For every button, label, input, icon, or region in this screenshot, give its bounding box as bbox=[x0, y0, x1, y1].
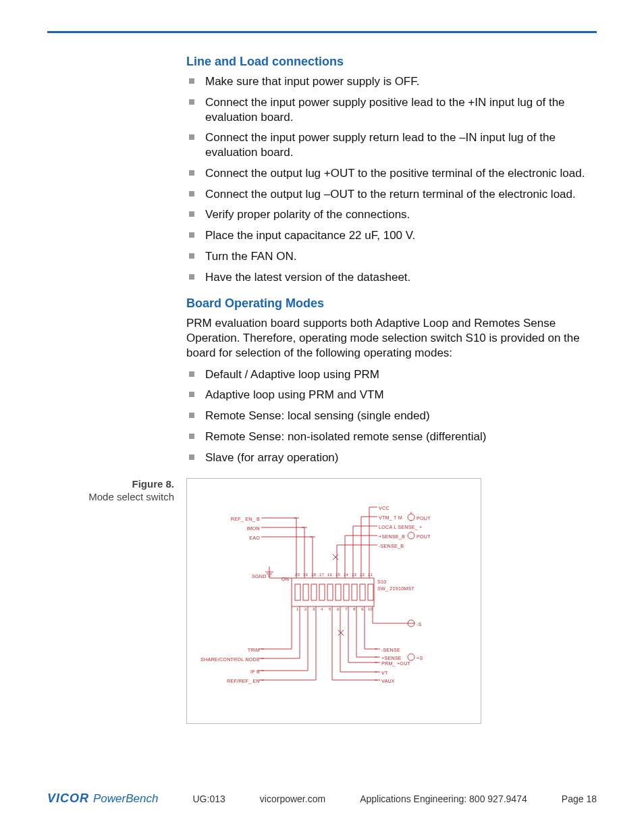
diagram-label: -SENSE bbox=[381, 647, 400, 653]
main-content: Line and Load connections Make sure that… bbox=[186, 55, 598, 465]
list-item: Make sure that input power supply is OFF… bbox=[186, 74, 598, 89]
footer-page: Page 18 bbox=[562, 793, 597, 804]
diagram-label: REF/REF_ EN bbox=[200, 678, 260, 684]
sw-num: 1 bbox=[296, 607, 299, 611]
sw-num: 8 bbox=[353, 607, 356, 611]
diagram-label: LOCA L SENSE_ + bbox=[379, 524, 422, 530]
diagram-part-label: S10 bbox=[377, 579, 386, 585]
sw-num: 5 bbox=[329, 607, 331, 611]
brand-logo: VICOR PowerBench bbox=[47, 791, 158, 806]
list-item: Slave (for array operation) bbox=[186, 450, 598, 465]
list-item: Adaptive loop using PRM and VTM bbox=[186, 388, 598, 402]
page-footer: VICOR PowerBench UG:013 vicorpower.com A… bbox=[47, 791, 597, 806]
diagram-label: VCC bbox=[379, 505, 390, 511]
modes-list: Default / Adaptive loop using PRM Adapti… bbox=[186, 367, 598, 465]
figure-diagram: REF_ EN_ B IMON EAO SGND VCC VTM_ T M LO… bbox=[186, 478, 481, 724]
diagram-label: TRIM bbox=[200, 647, 260, 653]
list-item: Connect the input power supply positive … bbox=[186, 95, 598, 125]
list-item: Remote Sense: local sensing (single ende… bbox=[186, 409, 598, 423]
section-heading-line-load: Line and Load connections bbox=[186, 55, 598, 69]
diagram-label: IF B bbox=[200, 669, 260, 675]
sw-num: 17 bbox=[319, 573, 324, 577]
figure-number: Figure 8. bbox=[47, 478, 174, 490]
footer-contact: Applications Engineering: 800 927.9474 bbox=[360, 793, 527, 804]
svg-point-14 bbox=[408, 654, 414, 660]
sw-num: 16 bbox=[327, 573, 332, 577]
sw-num: 9 bbox=[361, 607, 364, 611]
sw-num: 18 bbox=[311, 573, 316, 577]
figure-row: Figure 8. Mode select switch bbox=[47, 478, 597, 724]
diagram-label: IMON bbox=[230, 525, 260, 531]
sw-num: 7 bbox=[345, 607, 348, 611]
sw-num: 19 bbox=[303, 573, 308, 577]
diagram-part2-label: SW_ 21910MST bbox=[377, 585, 414, 592]
sw-num: 15 bbox=[336, 573, 340, 577]
svg-point-12 bbox=[408, 532, 414, 539]
list-item: Remote Sense: non-isolated remote sense … bbox=[186, 429, 598, 444]
diagram-label: +S bbox=[417, 655, 423, 661]
sw-num: 2 bbox=[304, 607, 307, 611]
sw-num: 14 bbox=[344, 573, 348, 577]
brand-vicor: VICOR bbox=[47, 791, 89, 806]
diagram-label: VTM_ T M bbox=[379, 515, 402, 521]
line-load-list: Make sure that input power supply is OFF… bbox=[186, 74, 598, 284]
diagram-label: POUT bbox=[417, 533, 431, 540]
sw-num: 3 bbox=[313, 607, 315, 611]
sw-num: 13 bbox=[352, 573, 356, 577]
list-item: Connect the input power supply return le… bbox=[186, 130, 598, 160]
list-item: Place the input capacitance 22 uF, 100 V… bbox=[186, 228, 598, 243]
footer-url: vicorpower.com bbox=[260, 793, 325, 804]
diagram-label: PRM_ +OUT bbox=[381, 660, 410, 667]
sw-num: 12 bbox=[360, 573, 365, 577]
figure-title: Mode select switch bbox=[88, 491, 174, 502]
sw-num: 11 bbox=[368, 573, 373, 577]
section-heading-modes: Board Operating Modes bbox=[186, 296, 598, 311]
diagram-label: VAUX bbox=[381, 678, 395, 684]
list-item: Turn the FAN ON. bbox=[186, 249, 598, 264]
sw-num: 10 bbox=[368, 607, 373, 611]
sw-num: 20 bbox=[295, 573, 300, 577]
sw-num: 6 bbox=[337, 607, 340, 611]
diagram-on-label: ON bbox=[281, 576, 289, 582]
diagram-label: VT bbox=[381, 670, 388, 676]
list-item: Have the latest version of the datasheet… bbox=[186, 270, 598, 285]
svg-point-11 bbox=[408, 514, 414, 521]
diagram-label: SHARE/CONTROL NODE bbox=[187, 656, 260, 662]
footer-doc-id: UG:013 bbox=[193, 793, 225, 804]
brand-powerbench: PowerBench bbox=[93, 792, 158, 806]
list-item: Verify proper polarity of the connection… bbox=[186, 207, 598, 222]
list-item: Connect the output lug +OUT to the posit… bbox=[186, 166, 598, 181]
modes-intro: PRM evaluation board supports both Adapt… bbox=[186, 316, 598, 360]
diagram-label: EAO bbox=[230, 535, 260, 541]
list-item: Connect the output lug –OUT to the retur… bbox=[186, 187, 598, 202]
diagram-label: REF_ EN_ B bbox=[230, 516, 260, 522]
list-item: Default / Adaptive loop using PRM bbox=[186, 367, 598, 382]
figure-caption: Figure 8. Mode select switch bbox=[47, 478, 186, 724]
diagram-label: POUT bbox=[417, 515, 431, 521]
diagram-label: -S bbox=[417, 621, 422, 627]
header-rule bbox=[47, 31, 597, 33]
diagram-label: SGND bbox=[252, 573, 267, 579]
diagram-label: +SENSE_B bbox=[379, 533, 405, 540]
sw-num: 4 bbox=[321, 607, 323, 611]
diagram-label: -SENSE_B bbox=[379, 543, 404, 549]
